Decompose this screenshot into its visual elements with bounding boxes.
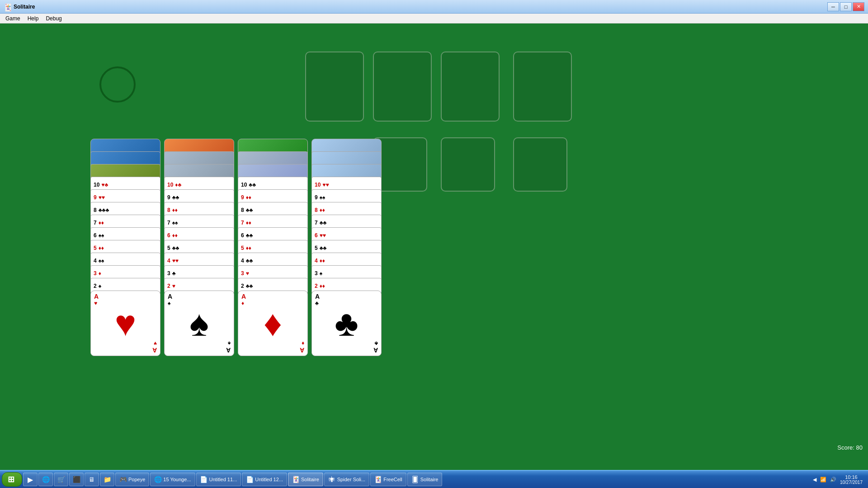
taskbar-media-player[interactable]: ▶: [23, 473, 38, 486]
taskbar-browser-label: 15 Younge...: [163, 477, 191, 482]
taskbar-computer[interactable]: 🖥: [85, 473, 99, 486]
taskbar-files[interactable]: 📁: [100, 473, 114, 486]
clock[interactable]: 10:16 10/27/2017: [840, 474, 863, 485]
doc-icon-2: 📄: [246, 476, 253, 483]
foundation-slot-1[interactable]: [305, 52, 364, 122]
date-display: 10/27/2017: [840, 480, 863, 485]
taskbar-popeye-label: Popeye: [128, 477, 145, 482]
taskbar-untitled2[interactable]: 📄 Untitled 12...: [242, 473, 287, 486]
foundation-slot-3[interactable]: [441, 52, 500, 122]
app-icon: 🃏: [4, 3, 11, 10]
taskbar-browser[interactable]: 🌐 15 Younge...: [150, 473, 195, 486]
network-icon: 🌐: [42, 476, 50, 483]
menu-debug[interactable]: Debug: [42, 14, 65, 23]
browser-icon: 🌐: [154, 476, 161, 483]
card-ace-diamonds[interactable]: A♦ ♦ A♦: [238, 291, 308, 356]
taskbar-terminal[interactable]: ⬛: [69, 473, 84, 486]
taskbar-untitled2-label: Untitled 12...: [255, 477, 283, 482]
taskbar-spider[interactable]: 🕷 Spider Soli...: [324, 473, 369, 486]
solitaire-icon-1: 🃏: [292, 476, 299, 483]
popeye-icon: 🎮: [119, 476, 127, 483]
taskbar-spider-label: Spider Soli...: [337, 477, 365, 482]
store-icon: 🛒: [57, 476, 65, 483]
maximize-button[interactable]: □: [840, 2, 852, 11]
taskbar-popeye[interactable]: 🎮 Popeye: [115, 473, 149, 486]
foundation-slot-6[interactable]: [441, 137, 495, 192]
card-ace-spades[interactable]: A♠ ♠ A♠: [164, 291, 234, 356]
taskbar-network[interactable]: 🌐: [38, 473, 53, 486]
title-bar: 🃏 Solitaire ─ □ ✕: [0, 0, 868, 14]
taskbar-freecell-label: FreeCell: [383, 477, 402, 482]
menu-bar: Game Help Debug: [0, 14, 868, 23]
terminal-icon: ⬛: [73, 476, 80, 483]
card-ace-hearts[interactable]: A♥ ♥ A♥: [90, 291, 160, 356]
media-icon: ▶: [28, 475, 33, 484]
stock-pile[interactable]: [99, 66, 136, 103]
solitaire-icon-2: 🂠: [411, 476, 419, 483]
close-button[interactable]: ✕: [853, 2, 864, 11]
tray-network-icon: 📶: [820, 477, 826, 483]
taskbar-app-store[interactable]: 🛒: [54, 473, 68, 486]
score-display: Score: 80: [832, 443, 868, 452]
menu-game[interactable]: Game: [2, 14, 24, 23]
taskbar-untitled1[interactable]: 📄 Untitled 11...: [196, 473, 241, 486]
folder-icon: 📁: [104, 476, 111, 483]
time-display: 10:16: [845, 474, 858, 480]
taskbar-solitaire-main[interactable]: 🃏 Solitaire: [288, 473, 323, 486]
card-ace-clubs[interactable]: A♣ ♣ A♣: [311, 291, 382, 356]
taskbar-solitaire-2[interactable]: 🂠 Solitaire: [407, 473, 443, 486]
foundation-slot-4[interactable]: [513, 52, 572, 122]
system-tray: ◀ 📶 🔊 10:16 10/27/2017: [813, 474, 866, 485]
doc-icon-1: 📄: [200, 476, 208, 483]
window-title: Solitaire: [14, 4, 827, 10]
window-controls: ─ □ ✕: [827, 2, 864, 11]
taskbar-solitaire-label: Solitaire: [301, 477, 319, 482]
menu-help[interactable]: Help: [24, 14, 42, 23]
taskbar-solitaire2-label: Solitaire: [420, 477, 439, 482]
spider-icon: 🕷: [328, 476, 335, 483]
tray-volume-icon[interactable]: 🔊: [830, 477, 836, 483]
taskbar-freecell[interactable]: 🃏 FreeCell: [370, 473, 406, 486]
start-button[interactable]: ⊞: [2, 472, 22, 487]
freecell-icon: 🃏: [374, 476, 382, 483]
taskbar-untitled1-label: Untitled 11...: [209, 477, 237, 482]
taskbar: ⊞ ▶ 🌐 🛒 ⬛ 🖥 📁 🎮 Popeye 🌐 15 Younge... 📄 …: [0, 470, 868, 488]
tray-arrow[interactable]: ◀: [813, 477, 816, 483]
foundation-slot-7[interactable]: [513, 137, 567, 192]
game-area: 10 ♥♣ 9 ♥♥ 8 ♣♣♣ 7 ♦♦ 6 ♠♠ 5 ♦♦ 4: [0, 23, 868, 470]
minimize-button[interactable]: ─: [827, 2, 839, 11]
foundation-slot-2[interactable]: [373, 52, 432, 122]
computer-icon: 🖥: [89, 476, 95, 483]
